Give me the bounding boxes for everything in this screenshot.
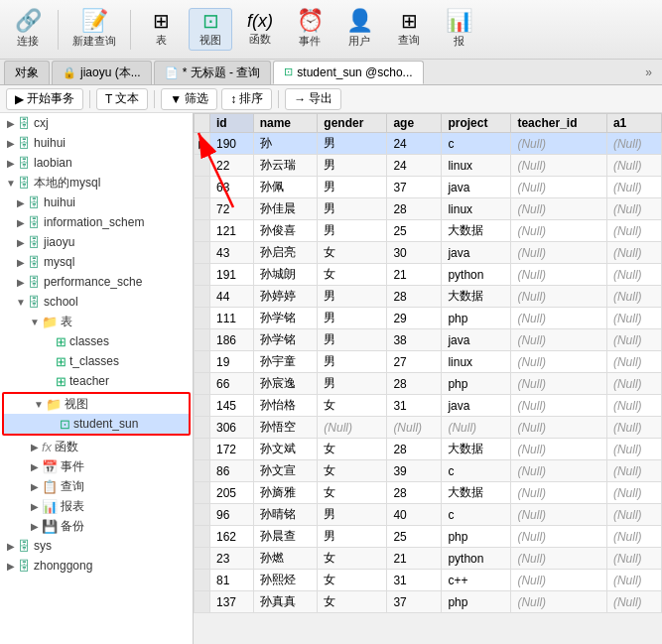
cell-name[interactable]: 孙城朗	[253, 264, 318, 286]
toolbar-table[interactable]: ⊞ 表	[139, 9, 183, 50]
col-id[interactable]: id	[210, 114, 254, 133]
cell-age[interactable]: 29	[387, 308, 442, 329]
cell-gender[interactable]: 男	[318, 198, 387, 220]
cell-project[interactable]: c++	[442, 570, 511, 591]
cell-a1[interactable]: (Null)	[606, 351, 661, 373]
col-age[interactable]: age	[387, 114, 442, 133]
cell-age[interactable]: 24	[387, 155, 442, 177]
cell-teacher_id[interactable]: (Null)	[511, 373, 606, 395]
tab-untitled[interactable]: 📄 * 无标题 - 查询	[154, 61, 272, 84]
sidebar-item-classes[interactable]: ⊞ classes	[0, 331, 193, 351]
cell-gender[interactable]: 女	[318, 460, 387, 482]
toolbar-query[interactable]: ⊞ 查询	[387, 9, 431, 50]
sidebar-item-queries[interactable]: ▶ 📋 查询	[0, 476, 193, 496]
cell-teacher_id[interactable]: (Null)	[511, 264, 606, 286]
cell-teacher_id[interactable]: (Null)	[511, 198, 606, 220]
cell-a1[interactable]: (Null)	[606, 504, 661, 526]
table-row[interactable]: 172孙文斌女28大数据(Null)(Null)	[195, 439, 662, 460]
cell-teacher_id[interactable]: (Null)	[511, 417, 606, 439]
cell-a1[interactable]: (Null)	[606, 439, 661, 460]
cell-project[interactable]: java	[442, 177, 511, 198]
sidebar-item-student-sun[interactable]: ⊡ student_sun	[4, 414, 189, 434]
table-row[interactable]: 22孙云瑞男24linux(Null)(Null)	[195, 155, 662, 177]
sidebar-item-views[interactable]: ▼ 📁 视图	[4, 394, 189, 414]
cell-a1[interactable]: (Null)	[606, 373, 661, 395]
cell-gender[interactable]: 女	[318, 570, 387, 591]
cell-name[interactable]: 孙学铭	[253, 308, 318, 329]
table-row[interactable]: 72孙佳晨男28linux(Null)(Null)	[195, 198, 662, 220]
cell-project[interactable]: c	[442, 133, 511, 155]
cell-id[interactable]: 19	[210, 351, 254, 373]
sidebar-item-jiaoyu[interactable]: ▶ 🗄 jiaoyu	[0, 232, 193, 252]
cell-a1[interactable]: (Null)	[606, 570, 661, 591]
tab-object[interactable]: 对象	[4, 61, 50, 84]
cell-project[interactable]: 大数据	[442, 482, 511, 504]
cell-gender[interactable]: 男	[318, 155, 387, 177]
cell-project[interactable]: linux	[442, 198, 511, 220]
sidebar-item-school[interactable]: ▼ 🗄 school	[0, 292, 193, 312]
cell-teacher_id[interactable]: (Null)	[511, 308, 606, 329]
cell-name[interactable]: 孙学铭	[253, 329, 318, 351]
table-row[interactable]: 81孙熙烃女31c++(Null)(Null)	[195, 570, 662, 591]
toolbar-user[interactable]: 👤 用户	[337, 8, 381, 51]
cell-id[interactable]: 23	[210, 548, 254, 570]
cell-gender[interactable]: 女	[318, 242, 387, 264]
cell-a1[interactable]: (Null)	[606, 177, 661, 198]
cell-teacher_id[interactable]: (Null)	[511, 570, 606, 591]
cell-gender[interactable]: 男	[318, 526, 387, 548]
cell-name[interactable]: 孙晴铭	[253, 504, 318, 526]
cell-id[interactable]: 86	[210, 460, 254, 482]
cell-gender[interactable]: 女	[318, 439, 387, 460]
table-row[interactable]: 19孙宇童男27linux(Null)(Null)	[195, 351, 662, 373]
cell-teacher_id[interactable]: (Null)	[511, 177, 606, 198]
cell-age[interactable]: 38	[387, 329, 442, 351]
cell-name[interactable]: 孙启亮	[253, 242, 318, 264]
table-row[interactable]: 186孙学铭男38java(Null)(Null)	[195, 329, 662, 351]
cell-a1[interactable]: (Null)	[606, 133, 661, 155]
cell-a1[interactable]: (Null)	[606, 308, 661, 329]
cell-project[interactable]: python	[442, 264, 511, 286]
cell-id[interactable]: 190	[210, 133, 254, 155]
sidebar-item-teacher[interactable]: ⊞ teacher	[0, 371, 193, 391]
cell-project[interactable]: python	[442, 548, 511, 570]
table-row[interactable]: 145孙怡格女31java(Null)(Null)	[195, 395, 662, 417]
sidebar-item-reports[interactable]: ▶ 📊 报表	[0, 496, 193, 516]
table-row[interactable]: 96孙晴铭男40c(Null)(Null)	[195, 504, 662, 526]
cell-gender[interactable]: 男	[318, 177, 387, 198]
table-row[interactable]: 191孙城朗女21python(Null)(Null)	[195, 264, 662, 286]
cell-name[interactable]: 孙文斌	[253, 439, 318, 460]
cell-gender[interactable]: 男	[318, 220, 387, 242]
table-row[interactable]: 44孙婷婷男28大数据(Null)(Null)	[195, 286, 662, 308]
table-row[interactable]: 63孙佩男37java(Null)(Null)	[195, 177, 662, 198]
cell-id[interactable]: 137	[210, 591, 254, 613]
cell-id[interactable]: 205	[210, 482, 254, 504]
cell-id[interactable]: 96	[210, 504, 254, 526]
table-row[interactable]: 162孙晨查男25php(Null)(Null)	[195, 526, 662, 548]
sidebar-item-info-schema[interactable]: ▶ 🗄 information_schem	[0, 212, 193, 232]
col-gender[interactable]: gender	[318, 114, 387, 133]
tab-jiaoyu[interactable]: 🔒 jiaoyu (本...	[52, 61, 152, 84]
cell-project[interactable]: java	[442, 395, 511, 417]
sidebar-item-events[interactable]: ▶ 📅 事件	[0, 456, 193, 476]
tabbar-more[interactable]: »	[639, 65, 658, 79]
cell-id[interactable]: 72	[210, 198, 254, 220]
sidebar-item-cxj[interactable]: ▶ 🗄 cxj	[0, 113, 193, 133]
cell-project[interactable]: 大数据	[442, 439, 511, 460]
cell-name[interactable]: 孙	[253, 133, 318, 155]
cell-age[interactable]: 24	[387, 133, 442, 155]
sidebar-item-tables[interactable]: ▼ 📁 表	[0, 312, 193, 331]
cell-age[interactable]: 31	[387, 395, 442, 417]
table-row[interactable]: 23孙燃女21python(Null)(Null)	[195, 548, 662, 570]
cell-project[interactable]: c	[442, 460, 511, 482]
cell-age[interactable]: 28	[387, 439, 442, 460]
cell-gender[interactable]: 女	[318, 548, 387, 570]
cell-name[interactable]: 孙熙烃	[253, 570, 318, 591]
cell-id[interactable]: 121	[210, 220, 254, 242]
cell-age[interactable]: 39	[387, 460, 442, 482]
cell-teacher_id[interactable]: (Null)	[511, 460, 606, 482]
cell-age[interactable]: 28	[387, 482, 442, 504]
cell-name[interactable]: 孙佳晨	[253, 198, 318, 220]
cell-id[interactable]: 111	[210, 308, 254, 329]
cell-a1[interactable]: (Null)	[606, 329, 661, 351]
toolbar-function[interactable]: f(x) 函数	[238, 10, 282, 49]
